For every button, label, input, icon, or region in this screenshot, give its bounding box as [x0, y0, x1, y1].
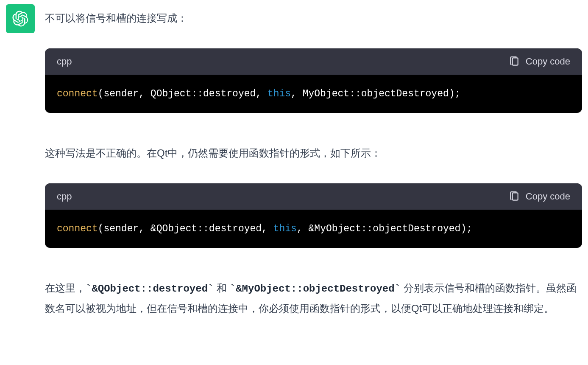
- code-token-func: connect: [57, 88, 98, 99]
- code-header: cpp Copy code: [45, 183, 582, 210]
- code-lang-label: cpp: [57, 56, 72, 67]
- code-content: connect(sender, QObject::destroyed, this…: [45, 75, 582, 113]
- message-content: 不可以将信号和槽的连接写成： cpp Copy code connect(sen…: [45, 4, 582, 338]
- text-fragment: 在这里，: [45, 282, 86, 294]
- copy-code-label: Copy code: [526, 191, 570, 202]
- final-paragraph: 在这里，`&QObject::destroyed` 和 `&MyObject::…: [45, 278, 582, 318]
- clipboard-icon: [509, 191, 520, 202]
- code-token: (sender, QObject::destroyed,: [98, 88, 268, 99]
- code-lang-label: cpp: [57, 191, 72, 202]
- inline-code: `&MyObject::objectDestroyed`: [230, 283, 401, 295]
- clipboard-icon: [509, 56, 520, 67]
- code-content: connect(sender, &QObject::destroyed, thi…: [45, 210, 582, 248]
- code-block-1: cpp Copy code connect(sender, QObject::d…: [45, 48, 582, 113]
- copy-code-button[interactable]: Copy code: [509, 56, 570, 67]
- copy-code-label: Copy code: [526, 56, 570, 67]
- inline-code: `&QObject::destroyed`: [86, 283, 214, 295]
- code-token: , MyObject::objectDestroyed);: [291, 88, 460, 99]
- svg-rect-0: [512, 58, 518, 65]
- code-block-2: cpp Copy code connect(sender, &QObject::…: [45, 183, 582, 248]
- code-header: cpp Copy code: [45, 48, 582, 75]
- text-fragment: 和: [214, 282, 229, 294]
- intro-paragraph: 不可以将信号和槽的连接写成：: [45, 8, 582, 28]
- code-token-keyword: this: [268, 88, 291, 99]
- code-token: , &MyObject::objectDestroyed);: [297, 223, 472, 234]
- code-token-keyword: this: [273, 223, 297, 234]
- openai-logo-icon: [12, 11, 28, 27]
- svg-rect-1: [512, 193, 518, 200]
- middle-paragraph: 这种写法是不正确的。在Qt中，仍然需要使用函数指针的形式，如下所示：: [45, 143, 582, 163]
- copy-code-button[interactable]: Copy code: [509, 191, 570, 202]
- assistant-avatar: [6, 4, 35, 33]
- code-token-func: connect: [57, 223, 98, 234]
- code-token: (sender, &QObject::destroyed,: [98, 223, 273, 234]
